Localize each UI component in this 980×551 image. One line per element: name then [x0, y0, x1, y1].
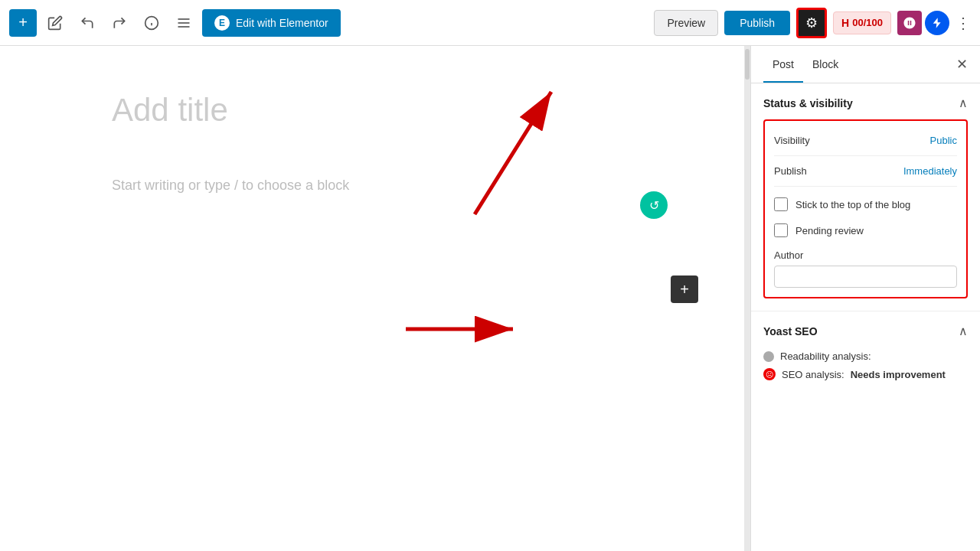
editor-scrollbar[interactable]: [744, 46, 750, 551]
settings-button[interactable]: ⚙: [796, 8, 827, 38]
tab-post[interactable]: Post: [763, 46, 803, 83]
status-visibility-box: Visibility Public Publish Immediately St…: [763, 119, 968, 298]
info-button[interactable]: [138, 9, 165, 37]
sidebar-close-button[interactable]: ✕: [956, 56, 968, 73]
pending-review-checkbox[interactable]: [774, 223, 788, 237]
pending-review-label: Pending review: [795, 225, 864, 236]
list-view-button[interactable]: [170, 9, 198, 37]
stick-top-checkbox[interactable]: [774, 197, 788, 211]
refresh-button[interactable]: ↺: [640, 191, 668, 219]
readability-row: Readability analysis:: [763, 347, 968, 365]
visibility-label: Visibility: [774, 135, 810, 146]
post-title-input[interactable]: Add title: [112, 92, 632, 129]
editor-area[interactable]: Add title Start writing or type / to cho…: [0, 46, 744, 551]
yoast-icon[interactable]: [897, 11, 922, 35]
seo-analysis-row: ☹ SEO analysis: Needs improvement: [763, 365, 968, 383]
readability-label: Readability analysis:: [780, 350, 871, 362]
stick-top-label: Stick to the top of the blog: [795, 199, 910, 210]
publish-row: Publish Immediately: [774, 161, 957, 181]
seo-h-badge: H: [841, 17, 849, 29]
tab-block[interactable]: Block: [803, 46, 848, 83]
pending-review-row: Pending review: [774, 217, 957, 243]
toolbar-right: Preview Publish ⚙ H 00/100 ⋮: [654, 8, 971, 38]
add-block-inline-button[interactable]: +: [671, 276, 698, 303]
yoast-header: Yoast SEO ∧: [763, 324, 968, 338]
yoast-seo-panel: Yoast SEO ∧ Readability analysis: ☹ SEO …: [751, 311, 980, 396]
main-layout: Add title Start writing or type / to cho…: [0, 46, 980, 551]
readability-dot: [763, 351, 774, 362]
status-visibility-panel: Status & visibility ∧ Visibility Public …: [751, 83, 980, 311]
editor-inner: Add title Start writing or type / to cho…: [51, 46, 694, 243]
status-visibility-title: Status & visibility: [763, 97, 853, 109]
add-block-button[interactable]: +: [9, 9, 37, 37]
seo-analysis-value: Needs improvement: [851, 369, 946, 380]
seo-face-icon: ☹: [763, 368, 776, 380]
publish-button[interactable]: Publish: [724, 11, 790, 35]
toolbar-left: +: [9, 9, 649, 37]
elementor-logo: E: [214, 15, 230, 31]
sv-divider-1: [774, 155, 957, 156]
seo-score-button[interactable]: H 00/100: [833, 11, 891, 34]
toolbar: +: [0, 0, 980, 46]
author-input[interactable]: [774, 266, 957, 288]
sidebar: Post Block ✕ Status & visibility ∧ Visib…: [750, 46, 980, 551]
yoast-toggle[interactable]: ∧: [959, 324, 968, 338]
author-section: Author: [774, 249, 957, 288]
publish-value[interactable]: Immediately: [903, 165, 957, 177]
amp-icon[interactable]: [925, 11, 949, 35]
author-label: Author: [774, 249, 957, 261]
preview-button[interactable]: Preview: [654, 10, 718, 36]
seo-analysis-label: SEO analysis:: [782, 369, 844, 380]
stick-top-row: Stick to the top of the blog: [774, 191, 957, 217]
visibility-value[interactable]: Public: [930, 135, 957, 146]
elementor-button[interactable]: E Edit with Elementor: [202, 9, 341, 37]
panel-header-status[interactable]: Status & visibility ∧: [763, 96, 968, 110]
sv-divider-2: [774, 186, 957, 187]
post-body-input[interactable]: Start writing or type / to choose a bloc…: [112, 174, 632, 197]
seo-score: 00/100: [852, 17, 883, 28]
yoast-seo-title: Yoast SEO: [763, 325, 818, 337]
plugin-icons: [897, 11, 949, 35]
visibility-row: Visibility Public: [774, 130, 957, 151]
publish-label: Publish: [774, 165, 807, 177]
edit-pencil-button[interactable]: [41, 9, 69, 37]
status-visibility-toggle[interactable]: ∧: [959, 96, 968, 110]
redo-button[interactable]: [106, 9, 133, 37]
undo-button[interactable]: [74, 9, 101, 37]
sidebar-tabs: Post Block ✕: [751, 46, 980, 83]
more-options-button[interactable]: ⋮: [956, 14, 971, 32]
